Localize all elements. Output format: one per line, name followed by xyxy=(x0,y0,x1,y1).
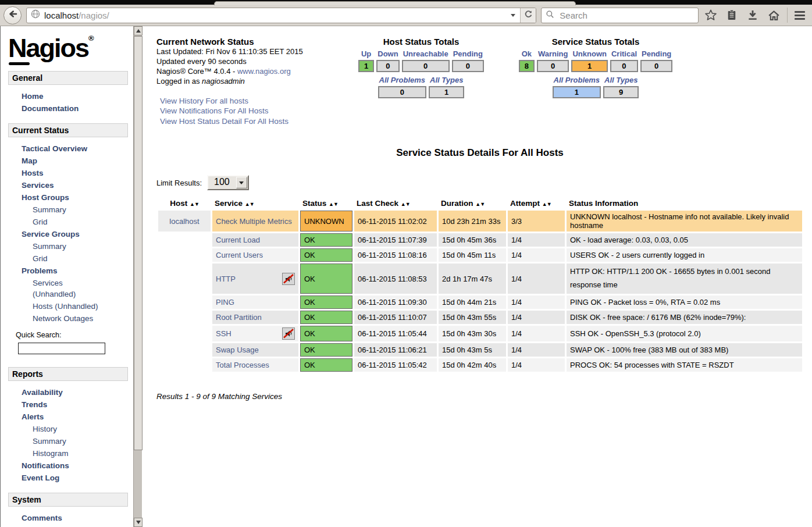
host-up-count: 1 xyxy=(358,60,374,72)
menu-button[interactable] xyxy=(791,6,809,24)
logged-in-user: nagiosadmin xyxy=(202,77,245,86)
svc-all-types-count: 9 xyxy=(603,86,639,98)
host-status-totals: Host Status Totals Up Down Unreachable P… xyxy=(348,37,494,126)
host-down-link[interactable]: Down xyxy=(377,49,398,58)
table-row: Root Partition OK 06-11-2015 11:10:07 15… xyxy=(158,311,802,324)
results-summary: Results 1 - 9 of 9 Matching Services xyxy=(156,392,812,401)
host-all-types-count: 1 xyxy=(429,86,464,98)
service-link[interactable]: HTTP xyxy=(216,275,236,283)
registered-mark: ® xyxy=(88,34,94,42)
sidebar-item-servicegroup-summary[interactable]: Summary xyxy=(33,241,133,252)
search-bar[interactable] xyxy=(541,8,699,23)
sidebar-item-services-unhandled[interactable]: Services (Unhandled) xyxy=(33,277,101,300)
browser-active-tab[interactable] xyxy=(214,1,576,5)
sidebar-item-availability[interactable]: Availability xyxy=(22,387,133,398)
svc-all-problems-link[interactable]: All Problems xyxy=(554,76,600,84)
back-button[interactable] xyxy=(3,6,22,24)
scrollbar-thumb[interactable] xyxy=(134,36,143,450)
sidebar-item-downtime[interactable]: Downtime xyxy=(22,525,133,527)
sidebar-item-tactical-overview[interactable]: Tactical Overview xyxy=(22,143,133,154)
svc-all-types-link[interactable]: All Types xyxy=(604,76,638,84)
duration-cell: 15d 0h 43m 30s xyxy=(439,326,506,341)
host-unreachable-link[interactable]: Unreachable xyxy=(403,49,448,58)
sort-status[interactable] xyxy=(329,201,338,207)
sidebar-item-services[interactable]: Services xyxy=(22,180,133,191)
update-interval: Updated every 90 seconds xyxy=(156,56,348,66)
host-all-problems-link[interactable]: All Problems xyxy=(379,76,425,84)
reload-button[interactable] xyxy=(520,8,536,23)
select-dropdown-button[interactable] xyxy=(236,177,247,188)
svc-critical-link[interactable]: Critical xyxy=(611,49,637,58)
downloads-button[interactable] xyxy=(744,6,761,24)
sidebar-item-event-log[interactable]: Event Log xyxy=(22,472,133,483)
url-bar[interactable]: localhost/nagios/ xyxy=(26,8,536,23)
sidebar-item-alert-histogram[interactable]: Histogram xyxy=(33,448,133,459)
sidebar-item-alert-history[interactable]: History xyxy=(33,423,133,435)
home-button[interactable] xyxy=(765,6,782,24)
status-info-cell: PROCS OK: 54 processes with STATE = RSZD… xyxy=(567,358,802,372)
host-link[interactable]: localhost xyxy=(169,217,199,226)
attempt-cell: 1/4 xyxy=(508,358,565,372)
sidebar-item-home[interactable]: Home xyxy=(22,91,133,102)
sidebar-item-service-groups[interactable]: Service Groups xyxy=(22,229,133,240)
sort-attempt[interactable] xyxy=(542,201,551,207)
sidebar-scrollbar[interactable] xyxy=(133,26,142,527)
sidebar-item-hostgroup-grid[interactable]: Grid xyxy=(33,216,133,227)
browser-toolbar: localhost/nagios/ xyxy=(0,5,812,26)
svc-ok-link[interactable]: Ok xyxy=(522,49,532,58)
sidebar-item-alert-summary[interactable]: Summary xyxy=(33,436,133,447)
view-history-link[interactable]: View History For all hosts xyxy=(160,96,348,106)
bookmarks-list-button[interactable] xyxy=(723,6,740,24)
sidebar-item-alerts[interactable]: Alerts xyxy=(22,411,133,422)
bookmark-star-button[interactable] xyxy=(702,6,720,24)
scroll-up-icon xyxy=(136,29,141,33)
sidebar-item-notifications[interactable]: Notifications xyxy=(22,460,133,471)
sort-last-check[interactable] xyxy=(401,201,410,207)
search-input[interactable] xyxy=(558,10,694,21)
sidebar-item-documentation[interactable]: Documentation xyxy=(22,103,133,114)
service-link[interactable]: Current Users xyxy=(216,251,263,259)
sort-host[interactable] xyxy=(190,201,199,207)
sidebar-item-host-groups[interactable]: Host Groups xyxy=(22,192,133,203)
view-notifications-link[interactable]: View Notifications For All Hosts xyxy=(160,106,348,116)
notifications-disabled-icon xyxy=(282,273,295,285)
service-link[interactable]: Swap Usage xyxy=(216,346,259,354)
sidebar-item-hosts[interactable]: Hosts xyxy=(22,168,133,179)
sidebar-item-servicegroup-grid[interactable]: Grid xyxy=(33,253,133,264)
status-badge: OK xyxy=(300,264,352,294)
sidebar-section-current-status: Current Status xyxy=(8,123,128,137)
duration-cell: 15d 0h 43m 5s xyxy=(439,343,506,357)
svc-warning-link[interactable]: Warning xyxy=(538,49,568,58)
sort-duration[interactable] xyxy=(475,201,485,207)
service-link[interactable]: Check Multiple Metrics xyxy=(216,217,292,226)
svc-unknown-link[interactable]: Unknown xyxy=(572,49,607,58)
globe-icon xyxy=(31,9,40,21)
service-link[interactable]: Root Partition xyxy=(216,313,262,322)
sidebar-item-problems[interactable]: Problems xyxy=(22,265,133,276)
sort-service[interactable] xyxy=(245,201,254,207)
sidebar-item-trends[interactable]: Trends xyxy=(22,399,133,410)
service-link[interactable]: Current Load xyxy=(216,236,260,244)
host-up-link[interactable]: Up xyxy=(361,49,371,58)
service-link[interactable]: Total Processes xyxy=(216,361,269,369)
chevron-down-icon[interactable] xyxy=(511,14,515,17)
page: Nagios® General Home Documentation Curre… xyxy=(0,26,812,527)
sidebar-item-hostgroup-summary[interactable]: Summary xyxy=(33,204,133,215)
limit-results-select[interactable]: 100 xyxy=(207,175,249,190)
host-all-types-link[interactable]: All Types xyxy=(430,76,463,84)
view-host-status-link[interactable]: View Host Status Detail For All Hosts xyxy=(160,116,348,127)
sidebar-item-comments[interactable]: Comments xyxy=(22,512,133,524)
quick-search-input[interactable] xyxy=(18,343,105,354)
service-link[interactable]: SSH xyxy=(216,329,232,338)
host-pending-link[interactable]: Pending xyxy=(453,49,483,58)
svc-pending-link[interactable]: Pending xyxy=(642,49,671,58)
service-link[interactable]: PING xyxy=(216,298,234,307)
sidebar-item-network-outages[interactable]: Network Outages xyxy=(33,313,133,324)
attempt-cell: 1/4 xyxy=(508,248,565,262)
sidebar-item-hosts-unhandled[interactable]: Hosts (Unhandled) xyxy=(33,301,133,312)
scrollbar-up-button[interactable] xyxy=(134,26,143,35)
sidebar-item-map[interactable]: Map xyxy=(22,155,133,166)
nagios-org-link[interactable]: www.nagios.org xyxy=(237,67,291,76)
scrollbar-down-button[interactable] xyxy=(134,518,143,527)
sidebar: Nagios® General Home Documentation Curre… xyxy=(1,26,133,527)
